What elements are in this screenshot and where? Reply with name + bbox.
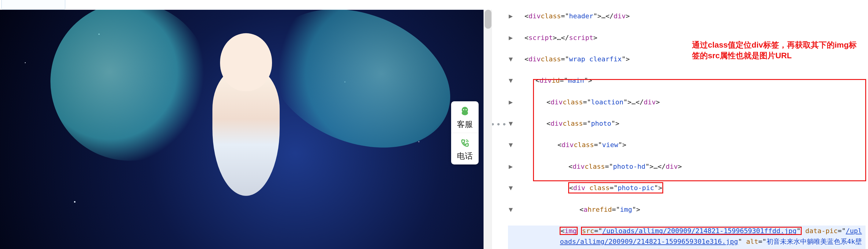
page-preview-pane: 客服 电话 [0, 0, 492, 249]
dom-node-photo-pic[interactable]: ▼<div class="photo-pic"> [508, 182, 866, 193]
contact-service-button[interactable]: 客服 [451, 101, 478, 133]
decoration [25, 62, 26, 63]
figure-silhouette [130, 21, 362, 249]
svg-point-2 [463, 109, 464, 110]
devtools-elements-panel[interactable]: ▶<div class="header">…</div> ▶<script>…<… [505, 0, 868, 249]
svg-point-3 [465, 109, 467, 110]
pane-resize-handle[interactable]: ••• [492, 0, 505, 249]
decoration [74, 201, 75, 203]
dom-node-img-selected[interactable]: <img src="/uploads/allimg/200909/214821-… [508, 225, 866, 249]
decoration [418, 141, 419, 142]
phone-label: 电话 [457, 151, 473, 162]
phone-icon [459, 137, 471, 149]
app-root: 客服 电话 ••• ▶<div class="header">…</div> ▶… [0, 0, 868, 249]
scroll-thumb[interactable] [485, 10, 492, 29]
service-label: 客服 [457, 119, 473, 130]
annotation-outer-box [533, 79, 866, 181]
annotation-text: 通过class值定位div标签，再获取其下的img标签的src属性也就是图片UR… [692, 40, 863, 61]
service-icon [459, 106, 471, 117]
page-header-stub [1, 0, 65, 10]
dom-node-a-img[interactable]: ▼<a href id="img"> [508, 204, 866, 215]
dom-node-header[interactable]: ▶<div class="header">…</div> [508, 11, 866, 21]
page-scrollbar[interactable] [484, 10, 492, 249]
resize-handle-icon: ••• [490, 120, 507, 130]
wallpaper-image[interactable]: 客服 电话 [0, 10, 492, 249]
svg-rect-1 [462, 111, 468, 115]
contact-phone-button[interactable]: 电话 [451, 133, 478, 165]
contact-widget: 客服 电话 [451, 101, 478, 165]
